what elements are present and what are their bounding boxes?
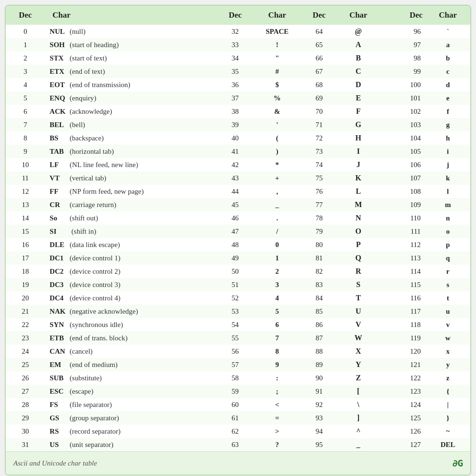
dec3: 68 bbox=[302, 78, 336, 91]
table-row: 9TAB(horizontal tab)41)73I105i bbox=[6, 145, 470, 158]
dec1: 31 bbox=[6, 438, 45, 451]
dec4: 118 bbox=[381, 318, 426, 331]
ascii-table-container: Dec Char Dec Char Dec Char Dec Char 0NUL… bbox=[5, 5, 471, 476]
char1: SI (shift in) bbox=[45, 225, 218, 238]
dec3: 76 bbox=[302, 185, 336, 198]
dec1: 4 bbox=[6, 78, 45, 91]
dec3: 93 bbox=[302, 411, 336, 425]
char4: y bbox=[426, 358, 470, 371]
char4: { bbox=[426, 385, 470, 398]
char-desc: (bell) bbox=[69, 121, 85, 129]
char1: VT(vertical tab) bbox=[45, 171, 218, 185]
char-desc: (cancel) bbox=[69, 347, 92, 355]
dec3: 84 bbox=[302, 291, 336, 305]
dec4: 120 bbox=[381, 345, 426, 358]
char-desc: (enquiry) bbox=[69, 94, 96, 102]
char3: K bbox=[336, 171, 381, 185]
dec4: 124 bbox=[381, 398, 426, 411]
char3: Q bbox=[336, 251, 381, 265]
char-abbr: DC2 bbox=[50, 268, 67, 276]
dec1: 12 bbox=[6, 185, 45, 198]
dec3: 90 bbox=[302, 371, 336, 385]
char4: m bbox=[426, 198, 470, 211]
dec2: 44 bbox=[218, 185, 252, 198]
char2: ' bbox=[252, 118, 302, 131]
char2: < bbox=[252, 398, 302, 411]
dec2: 49 bbox=[218, 251, 252, 265]
char-desc: (substitute) bbox=[69, 374, 102, 382]
char4: x bbox=[426, 345, 470, 358]
char3: \ bbox=[336, 398, 381, 411]
table-row: 0NUL(null)32SPACE64@96` bbox=[6, 25, 470, 38]
char3: X bbox=[336, 345, 381, 358]
dec4: 106 bbox=[381, 158, 426, 171]
dec3: 87 bbox=[302, 331, 336, 345]
dec3: 72 bbox=[302, 131, 336, 145]
table-row: 12FF(NP form feed, new page)44,76L108l bbox=[6, 185, 470, 198]
char-desc: (group separator) bbox=[69, 414, 119, 422]
char2: _ bbox=[252, 198, 302, 211]
dec2: 56 bbox=[218, 345, 252, 358]
header-char1: Char bbox=[45, 6, 218, 25]
dec3: 75 bbox=[302, 171, 336, 185]
char3: M bbox=[336, 198, 381, 211]
dec4: 99 bbox=[381, 65, 426, 78]
char-abbr: LF bbox=[50, 161, 67, 169]
dec4: 119 bbox=[381, 331, 426, 345]
dec4: 104 bbox=[381, 131, 426, 145]
dec2: 54 bbox=[218, 318, 252, 331]
char3: J bbox=[336, 158, 381, 171]
dec1: 22 bbox=[6, 318, 45, 331]
char-abbr: CR bbox=[50, 201, 67, 209]
char3: ^ bbox=[336, 425, 381, 438]
char3: T bbox=[336, 291, 381, 305]
table-row: 21NAK(negative acknowledge)53585U117u bbox=[6, 305, 470, 318]
char4: a bbox=[426, 38, 470, 51]
char1: FF(NP form feed, new page) bbox=[45, 185, 218, 198]
dec4: 125 bbox=[381, 411, 426, 425]
char3: V bbox=[336, 318, 381, 331]
dec1: 0 bbox=[6, 25, 45, 38]
dec2: 45 bbox=[218, 198, 252, 211]
char1: TAB(horizontal tab) bbox=[45, 145, 218, 158]
char1: ETX(end of text) bbox=[45, 65, 218, 78]
dec3: 66 bbox=[302, 51, 336, 65]
dec4: 98 bbox=[381, 51, 426, 65]
char3: N bbox=[336, 211, 381, 225]
char4: b bbox=[426, 51, 470, 65]
header-dec1: Dec bbox=[6, 6, 45, 25]
char2: 0 bbox=[252, 238, 302, 251]
char-abbr: EOT bbox=[50, 81, 67, 89]
char1: STX(start of text) bbox=[45, 51, 218, 65]
char3: _ bbox=[336, 438, 381, 451]
dec3: 92 bbox=[302, 398, 336, 411]
char-abbr: TAB bbox=[50, 148, 67, 156]
char2: 7 bbox=[252, 331, 302, 345]
header-dec4: Dec bbox=[381, 6, 426, 25]
dec1: 10 bbox=[6, 158, 45, 171]
dec4: 115 bbox=[381, 278, 426, 291]
char-desc: (NP form feed, new page) bbox=[69, 188, 144, 195]
dec1: 1 bbox=[6, 38, 45, 51]
dec2: 40 bbox=[218, 131, 252, 145]
char3: B bbox=[336, 51, 381, 65]
dec3: 67 bbox=[302, 65, 336, 78]
dec2: 62 bbox=[218, 425, 252, 438]
char2: . bbox=[252, 211, 302, 225]
table-row: 3ETX(end of text)35#67C99c bbox=[6, 65, 470, 78]
dec4: 126 bbox=[381, 425, 426, 438]
char1: LF(NL line feed, new line) bbox=[45, 158, 218, 171]
dec1: 26 bbox=[6, 371, 45, 385]
dec3: 88 bbox=[302, 345, 336, 358]
char1: CR(carriage return) bbox=[45, 198, 218, 211]
dec1: 11 bbox=[6, 171, 45, 185]
dec2: 42 bbox=[218, 158, 252, 171]
char-desc: (end of medium) bbox=[69, 361, 118, 368]
char3: H bbox=[336, 131, 381, 145]
dec3: 95 bbox=[302, 438, 336, 451]
dec4: 122 bbox=[381, 371, 426, 385]
dec3: 71 bbox=[302, 118, 336, 131]
ascii-table: Dec Char Dec Char Dec Char Dec Char 0NUL… bbox=[6, 6, 470, 451]
char-desc: (device control 4) bbox=[69, 294, 120, 302]
table-row: 20DC4(device control 4)52484T116t bbox=[6, 291, 470, 305]
